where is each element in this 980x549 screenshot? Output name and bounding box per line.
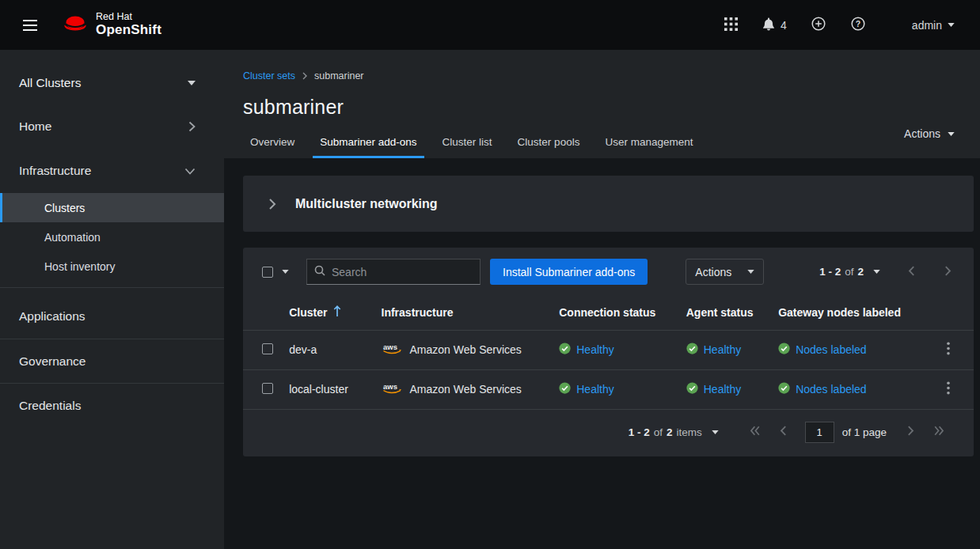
breadcrumb-link-cluster-sets[interactable]: Cluster sets [243, 70, 295, 81]
angle-double-left-icon [750, 426, 760, 438]
agent-status-link[interactable]: Healthy [704, 383, 741, 396]
expandable-card-title: Multicluster networking [295, 197, 438, 211]
row-checkbox[interactable] [262, 383, 273, 394]
aws-icon: aws [382, 342, 403, 358]
svg-text:?: ? [856, 19, 860, 28]
connection-status-link[interactable]: Healthy [576, 383, 613, 396]
search-box [306, 259, 481, 285]
cluster-name: dev-a [279, 330, 371, 369]
sidebar-item-automation[interactable]: Automation [0, 222, 224, 252]
column-header-infrastructure: Infrastructure [372, 295, 550, 330]
perspective-label: All Clusters [19, 76, 81, 90]
tab-submariner-add-ons[interactable]: Submariner add-ons [313, 129, 424, 158]
page-count-label: of 1 page [842, 426, 887, 438]
app-launcher-button[interactable] [716, 11, 745, 40]
pagination-top: 1 - 2 of 2 [819, 262, 958, 282]
pagination-range: 1 - 2 [819, 266, 841, 278]
pagination-items-label: items [676, 426, 701, 438]
next-page-button[interactable] [937, 262, 958, 282]
breadcrumb-current: submariner [314, 70, 364, 81]
tab-user-management[interactable]: User management [598, 129, 700, 158]
brand-line1: Red Hat [96, 12, 161, 23]
clusters-table-card: Install Submariner add-ons Actions 1 - 2… [243, 248, 974, 456]
pagination-menu-toggle[interactable]: 1 - 2 of 2 [819, 266, 880, 278]
search-input[interactable] [332, 266, 473, 278]
caret-down-icon [188, 81, 196, 85]
sidebar-item-label: Infrastructure [19, 164, 91, 178]
svg-text:aws: aws [383, 382, 397, 391]
add-button[interactable] [804, 11, 833, 40]
angle-left-icon [908, 266, 915, 278]
sidebar-item-clusters[interactable]: Clusters [0, 193, 224, 222]
next-page-button[interactable] [900, 422, 921, 442]
page-actions-dropdown[interactable]: Actions [904, 127, 955, 140]
table-header-row: Cluster Infrastructure Connection status… [243, 295, 974, 330]
user-menu[interactable]: admin [906, 11, 961, 40]
sidebar: All Clusters Home Infrastructure Cluster… [0, 50, 224, 549]
check-circle-icon [778, 343, 790, 357]
sidebar-item-applications[interactable]: Applications [0, 294, 224, 339]
column-header-agent-status: Agent status [677, 295, 769, 330]
column-header-gateway-nodes: Gateway nodes labeled [769, 295, 923, 330]
caret-down-icon [948, 132, 955, 136]
check-circle-icon [686, 343, 698, 357]
breadcrumb-separator-icon [302, 72, 307, 80]
sort-arrow-up-icon [333, 305, 341, 320]
check-circle-icon [778, 382, 790, 396]
sidebar-item-credentials[interactable]: Credentials [0, 383, 224, 427]
pagination-bottom: 1 - 2 of 2 items [243, 410, 974, 456]
brand-line2: OpenShift [96, 23, 161, 38]
caret-down-icon [282, 270, 289, 274]
first-page-button[interactable] [745, 422, 765, 442]
sidebar-item-label: Host inventory [44, 260, 115, 273]
row-kebab-button[interactable] [936, 377, 960, 401]
angle-double-right-icon [934, 426, 944, 438]
page-actions-label: Actions [904, 127, 940, 140]
chevron-right-icon [268, 198, 276, 210]
tab-cluster-pools[interactable]: Cluster pools [511, 129, 587, 158]
nav-toggle-button[interactable] [14, 9, 46, 41]
prev-page-button[interactable] [901, 262, 921, 282]
expand-toggle-button[interactable] [257, 189, 287, 219]
tab-cluster-list[interactable]: Cluster list [435, 129, 499, 158]
tabs: Overview Submariner add-ons Cluster list… [243, 129, 958, 158]
row-checkbox[interactable] [262, 343, 273, 354]
angle-right-icon [944, 266, 952, 278]
perspective-switcher[interactable]: All Clusters [0, 61, 224, 104]
agent-status-link[interactable]: Healthy [704, 343, 741, 356]
check-circle-icon [559, 343, 571, 357]
connection-status-link[interactable]: Healthy [576, 343, 613, 356]
pagination-total: 2 [667, 426, 673, 438]
chevron-down-icon [184, 168, 196, 175]
sort-by-cluster-button[interactable]: Cluster [289, 305, 341, 320]
aws-icon: aws [382, 381, 403, 397]
sidebar-item-home[interactable]: Home [0, 104, 224, 149]
caret-down-icon [873, 270, 880, 274]
install-submariner-button[interactable]: Install Submariner add-ons [490, 259, 648, 285]
breadcrumb: Cluster sets submariner [243, 70, 958, 81]
nav-divider [0, 281, 224, 294]
gateway-nodes-link[interactable]: Nodes labeled [796, 383, 867, 396]
select-all-checkbox[interactable] [262, 267, 273, 278]
search-icon [314, 265, 325, 278]
sidebar-nav: Home Infrastructure Clusters Automation … [0, 104, 224, 427]
last-page-button[interactable] [929, 422, 949, 442]
sidebar-item-governance[interactable]: Governance [0, 339, 224, 383]
help-button[interactable]: ? [844, 11, 872, 40]
pagination-menu-toggle[interactable]: 1 - 2 of 2 items [629, 426, 719, 438]
sidebar-item-label: Clusters [44, 202, 85, 214]
sidebar-item-host-inventory[interactable]: Host inventory [0, 252, 224, 281]
gateway-nodes-link[interactable]: Nodes labeled [796, 343, 867, 356]
sidebar-item-label: Governance [19, 354, 85, 369]
table-row: dev-a aws [243, 330, 974, 369]
bulk-select-dropdown[interactable] [262, 267, 289, 278]
current-page-input[interactable] [805, 422, 834, 443]
prev-page-button[interactable] [773, 422, 794, 442]
toolbar-actions-dropdown[interactable]: Actions [686, 259, 764, 285]
sidebar-item-infrastructure[interactable]: Infrastructure [0, 149, 224, 193]
bell-icon [762, 17, 775, 33]
tab-overview[interactable]: Overview [243, 129, 302, 158]
notifications-button[interactable]: 4 [756, 11, 793, 40]
row-kebab-button[interactable] [936, 338, 960, 362]
column-header-connection-status: Connection status [549, 295, 677, 330]
